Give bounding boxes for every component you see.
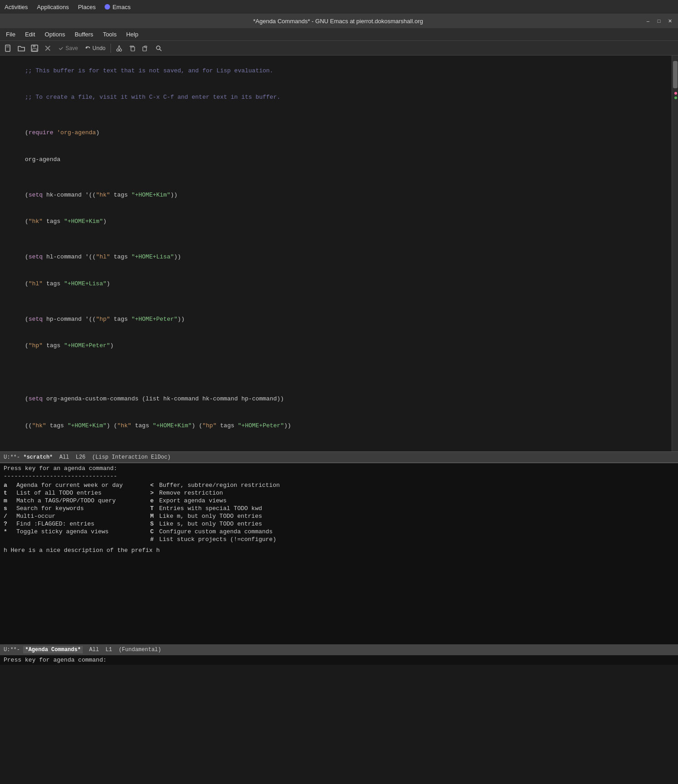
h-entry-display: h Here is a nice description of the pref… xyxy=(4,547,160,554)
agenda-row-t: t List of all TODO entries > Remove rest… xyxy=(4,489,674,497)
menu-file[interactable]: File xyxy=(2,30,19,39)
system-bar: Activities Applications Places Emacs xyxy=(0,0,678,14)
search-button[interactable] xyxy=(153,42,165,54)
editor-content[interactable]: ;; This buffer is for text that is not s… xyxy=(0,56,672,451)
blank-line-1 xyxy=(4,111,668,120)
svg-point-9 xyxy=(120,49,122,51)
agenda-row-slash: / Multi-occur M Like m, but only TODO en… xyxy=(4,512,674,520)
agenda-key-s[interactable]: s xyxy=(4,505,13,512)
svg-rect-0 xyxy=(5,45,10,51)
agenda-minor-mode: (Fundamental) xyxy=(119,647,161,653)
agenda-desc-M: Like m, but only TODO entries xyxy=(154,512,674,520)
agenda-key-lt[interactable]: < xyxy=(140,481,154,489)
agenda-key-M[interactable]: M xyxy=(140,512,154,520)
svg-line-16 xyxy=(160,49,161,51)
places-menu[interactable]: Places xyxy=(78,4,95,10)
blank-line-7 xyxy=(4,377,668,386)
copy-button[interactable] xyxy=(126,42,138,54)
mode-indicator: U:**- xyxy=(4,454,20,460)
open-file-button[interactable] xyxy=(15,42,27,54)
agenda-desc-s: Search for keywords xyxy=(13,505,140,512)
buffer-name-scratch: *scratch* xyxy=(23,454,53,460)
activities-menu[interactable]: Activities xyxy=(5,4,28,10)
save-file-button[interactable] xyxy=(29,42,40,54)
scrollbar-markers xyxy=(674,92,677,99)
hp-command-setq: (setq hp-command '(("hp" tags "+HOME+Pet… xyxy=(4,306,668,333)
menu-buffers[interactable]: Buffers xyxy=(71,30,97,39)
agenda-prompt: Press key for an agenda command: xyxy=(4,465,674,472)
save-label-button: Save xyxy=(55,45,80,51)
agenda-desc-t: List of all TODO entries xyxy=(13,489,140,497)
comment-line-1: ;; This buffer is for text that is not s… xyxy=(4,57,668,84)
h-entry-setq: (setq h-entry '("h" . "Here is a nice de… xyxy=(4,448,668,451)
buffer-name-agenda: *Agenda Commands* xyxy=(23,646,82,653)
scroll-marker-2 xyxy=(674,96,677,99)
agenda-row-star: * Toggle sticky agenda views C Configure… xyxy=(4,528,674,536)
custom-commands-result: (("hk" tags "+HOME+Kim") ("hk" tags "+HO… xyxy=(4,412,668,439)
new-file-button[interactable] xyxy=(2,42,14,54)
agenda-key-empty xyxy=(4,536,13,543)
blank-line-8 xyxy=(4,439,668,448)
agenda-key-star[interactable]: * xyxy=(4,528,13,536)
agenda-key-T[interactable]: T xyxy=(140,505,154,512)
agenda-desc-question: Find :FLAGGED: entries xyxy=(13,520,140,528)
agenda-key-e[interactable]: e xyxy=(140,497,154,505)
agenda-key-gt[interactable]: > xyxy=(140,489,154,497)
scrollbar-thumb[interactable] xyxy=(673,61,678,88)
agenda-key-a[interactable]: a xyxy=(4,481,13,489)
maximize-button[interactable]: □ xyxy=(655,17,663,25)
svg-rect-3 xyxy=(33,45,35,47)
close-buffer-button[interactable] xyxy=(42,42,54,54)
hk-command-setq: (setq hk-command '(("hk" tags "+HOME+Kim… xyxy=(4,182,668,208)
agenda-panel: Press key for an agenda command: -------… xyxy=(0,462,678,644)
svg-point-8 xyxy=(117,49,119,51)
hk-command-result: ("hk" tags "+HOME+Kim") xyxy=(4,208,668,235)
blank-line-3 xyxy=(4,235,668,244)
hl-command-result: ("hl" tags "+HOME+Lisa") xyxy=(4,270,668,297)
agenda-key-question[interactable]: ? xyxy=(4,520,13,528)
blank-line-5 xyxy=(4,359,668,368)
agenda-desc-C: Configure custom agenda commands xyxy=(154,528,674,536)
agenda-desc-slash: Multi-occur xyxy=(13,512,140,520)
paste-button[interactable] xyxy=(140,42,151,54)
agenda-position: All xyxy=(89,647,99,653)
agenda-key-S[interactable]: S xyxy=(140,520,154,528)
hp-command-result: ("hp" tags "+HOME+Peter") xyxy=(4,333,668,359)
blank-line-4 xyxy=(4,297,668,306)
cut-button[interactable] xyxy=(113,42,125,54)
window-controls: – □ ✕ xyxy=(644,17,673,25)
agenda-desc-a: Agenda for current week or day xyxy=(13,481,140,489)
menu-help[interactable]: Help xyxy=(122,30,142,39)
agenda-row-a: a Agenda for current week or day < Buffe… xyxy=(4,481,674,489)
blank-line-2 xyxy=(4,173,668,182)
close-button[interactable]: ✕ xyxy=(666,17,673,25)
agenda-key-t[interactable]: t xyxy=(4,489,13,497)
position-all: All xyxy=(59,454,69,460)
applications-menu[interactable]: Applications xyxy=(37,4,69,10)
agenda-desc-T: Entries with special TODO kwd xyxy=(154,505,674,512)
line-number: L26 xyxy=(75,454,85,460)
agenda-key-hash[interactable]: # xyxy=(140,536,154,543)
menu-tools[interactable]: Tools xyxy=(99,30,120,39)
minimize-button[interactable]: – xyxy=(644,17,652,25)
agenda-key-m[interactable]: m xyxy=(4,497,13,505)
agenda-row-hash: # List stuck projects (!=configure) xyxy=(4,536,674,543)
menu-options[interactable]: Options xyxy=(41,30,69,39)
svg-line-11 xyxy=(119,46,121,49)
emacs-label: Emacs xyxy=(105,4,131,10)
status-bar-scratch: U:**- *scratch* All L26 (Lisp Interactio… xyxy=(0,451,678,462)
org-agenda-result: org-agenda xyxy=(4,146,668,173)
undo-button[interactable]: Undo xyxy=(82,45,108,51)
agenda-desc-S: Like s, but only TODO entries xyxy=(154,520,674,528)
agenda-desc-hash: List stuck projects (!=configure) xyxy=(154,536,674,543)
agenda-separator: -------------------------------- xyxy=(4,473,674,480)
minor-mode: (Lisp Interaction ElDoc) xyxy=(92,454,171,460)
toolbar: Save Undo xyxy=(0,41,678,56)
bottom-prompt: Press key for agenda command: xyxy=(0,655,678,665)
agenda-desc-star: Toggle sticky agenda views xyxy=(13,528,140,536)
editor-scrollbar[interactable] xyxy=(672,56,678,451)
agenda-key-C[interactable]: C xyxy=(140,528,154,536)
title-bar: *Agenda Commands* - GNU Emacs at pierrot… xyxy=(0,14,678,28)
menu-edit[interactable]: Edit xyxy=(21,30,39,39)
agenda-key-slash[interactable]: / xyxy=(4,512,13,520)
